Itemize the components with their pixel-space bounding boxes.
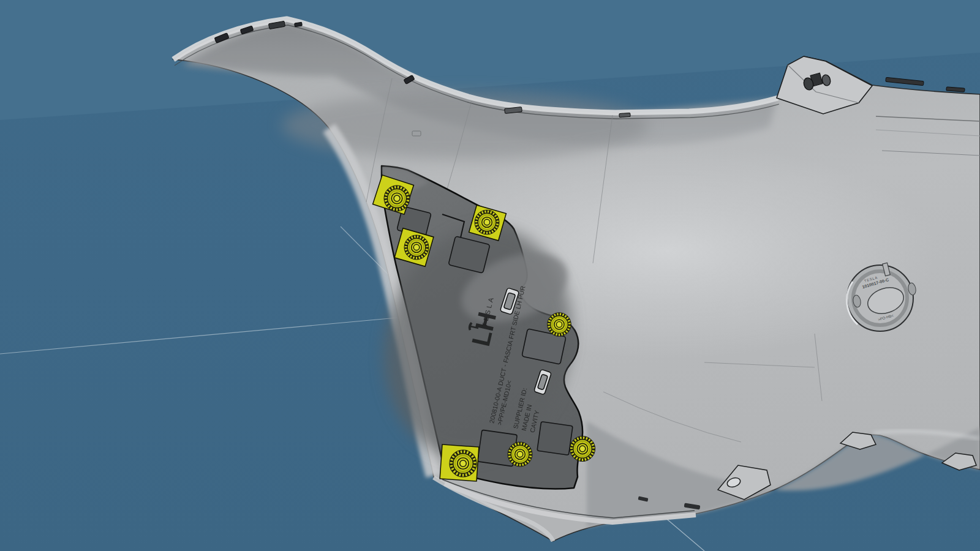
fastener-clip[interactable]: [548, 313, 571, 337]
fastener-clip[interactable]: [450, 450, 477, 477]
fastener-clip[interactable]: [508, 442, 532, 467]
fastener-clip[interactable]: [404, 235, 429, 260]
fastener-clip[interactable]: [384, 186, 410, 211]
fastener-clip[interactable]: [475, 210, 499, 234]
fastener-clip[interactable]: [570, 436, 595, 461]
cad-viewport[interactable]: TESLA 1010017-00-C >PO-HB<: [0, 0, 980, 551]
